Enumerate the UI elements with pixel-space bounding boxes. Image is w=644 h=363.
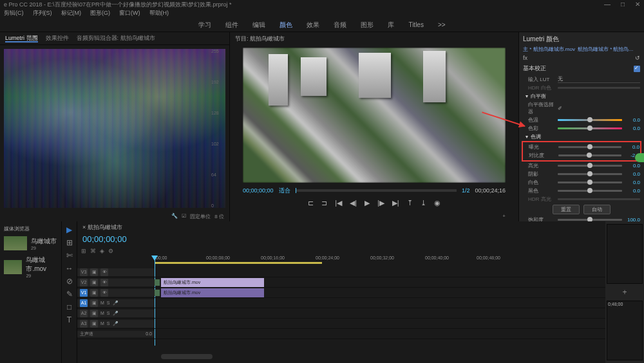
hand-tool-icon[interactable]: □ [67, 302, 71, 312]
timeline-timecode[interactable]: 00;00;00;00 [82, 234, 127, 244]
go-in-icon[interactable]: |◀ [335, 199, 342, 207]
tint-slider[interactable] [558, 127, 622, 129]
lut-dropdown[interactable]: 无 [558, 75, 640, 83]
minimize-button[interactable]: — [604, 1, 611, 8]
contrast-slider[interactable] [558, 154, 621, 156]
program-fit[interactable]: 适合 [279, 187, 290, 195]
whites-slider[interactable] [558, 182, 622, 183]
basic-toggle[interactable] [634, 66, 640, 72]
type-tool-icon[interactable]: T [67, 315, 71, 324]
project-thumb [4, 236, 27, 250]
wb-header[interactable]: ▾ [526, 93, 528, 99]
reset-button[interactable]: 重置 [553, 205, 580, 214]
slip-tool-icon[interactable]: ⊘ [66, 277, 73, 286]
clip-v2[interactable]: 航拍鸟瞰城市.mov [161, 278, 264, 287]
extract-icon[interactable]: ⤓ [421, 199, 426, 207]
reset-fx-icon[interactable]: ↺ [635, 55, 640, 61]
small-tc: 0;48;00 [607, 301, 642, 307]
play-icon[interactable]: ▶ [365, 199, 370, 207]
mark-in-icon[interactable]: ⊏ [308, 199, 314, 207]
temp-slider[interactable] [558, 119, 622, 121]
lift-icon[interactable]: ⤒ [407, 199, 413, 207]
scope-canvas[interactable]: 255192 128102 640 [4, 49, 225, 208]
wrench-icon[interactable]: 🔧 [171, 213, 178, 220]
blacks-slider[interactable] [558, 190, 622, 192]
lumetri-path-clip[interactable]: 航拍鸟瞰城市 * 航拍鸟... [578, 45, 633, 53]
auto-button[interactable]: 自动 [583, 205, 611, 214]
ws-color[interactable]: 颜色 [279, 21, 292, 30]
track-a2-target[interactable]: A2 [80, 310, 88, 317]
timeline-zoom-slider[interactable] [161, 354, 213, 359]
ws-titles[interactable]: Titles [408, 21, 424, 28]
track-v3-target[interactable]: V3 [80, 268, 88, 276]
program-video[interactable] [243, 48, 506, 183]
lut-label: 输入 LUT [528, 76, 555, 83]
maximize-button[interactable]: □ [621, 1, 625, 8]
razor-tool-icon[interactable]: ↔ [66, 264, 73, 273]
program-tc-left[interactable]: 00;00;00;00 [243, 187, 274, 194]
step-back-icon[interactable]: ◀| [350, 199, 357, 207]
menu-graphics[interactable]: 图形(G) [90, 9, 110, 18]
exposure-slider[interactable] [558, 146, 621, 148]
track-v2-target[interactable]: V2 [80, 279, 88, 286]
ws-libraries[interactable]: 库 [388, 21, 394, 30]
close-button[interactable]: ✕ [635, 1, 640, 8]
track-a1-target[interactable]: A1 [80, 299, 88, 307]
marker-icon[interactable]: ◈ [100, 248, 104, 254]
ws-effects[interactable]: 效果 [307, 21, 319, 30]
tab-audio-mixer[interactable]: 音频剪辑混合器: 航拍鸟瞰城市 [77, 34, 155, 42]
export-frame-icon[interactable]: ◉ [434, 199, 440, 207]
menu-bar: 剪辑(C) 序列(S) 标记(M) 图形(G) 窗口(W) 帮助(H) [0, 9, 644, 18]
tint-val[interactable]: 0.0 [625, 126, 640, 131]
lumetri-path-master[interactable]: 主 * 航拍鸟瞰城市.mov [523, 45, 575, 53]
track-a3-target[interactable]: A3 [80, 320, 88, 328]
add-button-icon[interactable]: + [502, 213, 506, 219]
selection-tool-icon[interactable]: ▶ [66, 225, 72, 234]
track-select-icon[interactable]: ⊞ [66, 238, 73, 247]
settings-icon[interactable]: ⚙ [108, 248, 113, 254]
program-zoom[interactable]: 1/2 [462, 187, 470, 194]
master-track[interactable]: 主声道 [80, 331, 93, 337]
tab-effect-controls[interactable]: 效果控件 [46, 34, 69, 42]
snap-icon[interactable]: ⊞ [81, 248, 86, 254]
ripple-tool-icon[interactable]: ✄ [66, 251, 73, 260]
link-icon[interactable]: ⌘ [90, 248, 96, 254]
highlights-slider[interactable] [558, 165, 622, 167]
exposure-val[interactable]: 0.0 [624, 144, 639, 150]
menu-clip[interactable]: 剪辑(C) [4, 9, 24, 18]
ws-editing[interactable]: 编辑 [252, 21, 265, 30]
section-basic[interactable]: 基本校正 [523, 64, 546, 73]
tone-header[interactable]: ▾ [526, 134, 528, 140]
tab-media-browser[interactable]: 媒体浏览器 [3, 224, 59, 234]
fx-badge[interactable]: fx [523, 55, 527, 61]
ws-more[interactable]: >> [438, 21, 446, 28]
shadows-slider[interactable] [558, 173, 622, 175]
project-item[interactable]: 鸟瞰城市.mov29 [3, 253, 59, 281]
ws-graphics[interactable]: 图形 [361, 21, 374, 30]
track-v1-target[interactable]: V1 [80, 289, 88, 297]
temp-val[interactable]: 0.0 [625, 117, 640, 123]
menu-window[interactable]: 窗口(W) [119, 9, 140, 18]
add-panel-icon[interactable]: + [607, 286, 643, 298]
clip-v1[interactable]: 航拍鸟瞰城市.mov [161, 288, 264, 297]
step-fwd-icon[interactable]: |▶ [377, 199, 384, 207]
go-out-icon[interactable]: ▶| [392, 199, 399, 207]
contrast-label: 对比度 [529, 152, 556, 159]
saturation-slider[interactable] [558, 219, 622, 221]
tab-lumetri-scopes[interactable]: Lumetri 范围 [5, 34, 38, 42]
menu-marker[interactable]: 标记(M) [61, 9, 82, 18]
program-scrubber[interactable] [296, 189, 457, 192]
timeline-ruler[interactable]: ;00;00 00;00;08;00 00;00;16;00 00;00;24;… [77, 256, 605, 267]
eyedropper-icon[interactable]: ✐ [558, 106, 562, 111]
mark-out-icon[interactable]: ⊐ [321, 199, 327, 207]
ws-assembly[interactable]: 组件 [225, 21, 238, 30]
ws-audio[interactable]: 音频 [334, 21, 346, 30]
clamp-toggle[interactable]: ☑ [182, 213, 186, 220]
program-tc-right: 00;00;24;16 [475, 187, 506, 194]
menu-sequence[interactable]: 序列(S) [33, 9, 52, 18]
pen-tool-icon[interactable]: ✎ [66, 290, 73, 299]
project-item[interactable]: 鸟瞰城市29 [3, 234, 59, 253]
menu-help[interactable]: 帮助(H) [149, 9, 169, 18]
timeline-title[interactable]: × 航拍鸟瞰城市 [77, 221, 605, 234]
ws-learn[interactable]: 学习 [198, 21, 211, 30]
